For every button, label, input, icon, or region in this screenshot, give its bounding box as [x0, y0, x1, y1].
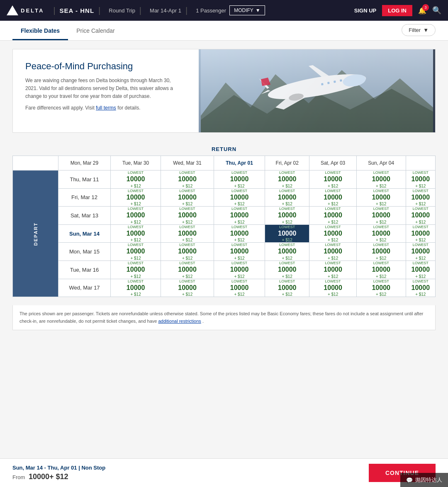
price-cell-1-3[interactable]: LOWEST 10000 + $12: [265, 188, 309, 207]
price-cell-3-6[interactable]: LOWEST 10000 + $12: [406, 224, 435, 243]
lowest-label: LOWEST: [111, 189, 161, 193]
miles-value: 10000: [214, 194, 265, 201]
price-cell-2-0[interactable]: LOWEST 10000 + $12: [111, 207, 161, 225]
price-cell-3-2[interactable]: LOWEST 10000 + $12: [214, 224, 265, 243]
price-cell-4-1[interactable]: LOWEST 10000 + $12: [161, 243, 214, 261]
price-cell-3-0[interactable]: LOWEST 10000 + $12: [111, 224, 161, 243]
lowest-label: LOWEST: [406, 207, 435, 211]
price-cell-6-6[interactable]: LOWEST 10000 + $12: [406, 279, 435, 297]
cash-value: + $12: [265, 256, 309, 261]
cash-value: + $12: [111, 256, 161, 261]
cash-value: + $12: [406, 256, 435, 261]
svg-rect-13: [334, 80, 336, 83]
price-cell-0-0[interactable]: LOWEST 10000 + $12: [111, 170, 161, 189]
miles-value: 10000: [161, 248, 214, 255]
price-cell-4-0[interactable]: LOWEST 10000 + $12: [111, 243, 161, 261]
modify-chevron-icon: ▼: [256, 7, 261, 13]
tab-price-calendar[interactable]: Price Calendar: [68, 21, 123, 40]
header-sep-3: |: [139, 6, 141, 15]
price-cell-1-0[interactable]: LOWEST 10000 + $12: [111, 188, 161, 207]
miles-value: 10000: [357, 284, 406, 292]
price-cell-4-2[interactable]: LOWEST 10000 + $12: [214, 243, 265, 261]
dates-display: Mar 14-Apr 1: [150, 7, 181, 14]
cash-value: + $12: [406, 292, 435, 297]
miles-value: 10000: [111, 230, 161, 237]
filter-button[interactable]: Filter ▼: [402, 24, 436, 36]
svg-rect-12: [327, 82, 330, 84]
notifications-bell[interactable]: 🔔 3: [418, 7, 426, 15]
route-display: SEA - HNL: [60, 7, 94, 14]
lowest-label: LOWEST: [161, 261, 214, 265]
price-cell-2-4[interactable]: LOWEST 10000 + $12: [309, 207, 357, 225]
price-cell-0-4[interactable]: LOWEST 10000 + $12: [309, 170, 357, 189]
price-cell-6-3[interactable]: LOWEST 10000 + $12: [265, 279, 309, 297]
price-cell-1-1[interactable]: LOWEST 10000 + $12: [161, 188, 214, 207]
cash-value: + $12: [357, 274, 406, 279]
miles-value: 10000: [309, 230, 356, 237]
price-cell-3-3[interactable]: LOWEST 10000 + $12: [265, 224, 309, 243]
price-cell-5-5[interactable]: LOWEST 10000 + $12: [356, 261, 406, 279]
price-cell-3-1[interactable]: LOWEST 10000 + $12: [161, 224, 214, 243]
price-cell-5-4[interactable]: LOWEST 10000 + $12: [309, 261, 357, 279]
cash-value: + $12: [357, 238, 406, 242]
price-cell-6-2[interactable]: LOWEST 10000 + $12: [214, 279, 265, 297]
price-cell-2-1[interactable]: LOWEST 10000 + $12: [161, 207, 214, 225]
miles-value: 10000: [161, 284, 214, 292]
lowest-label: LOWEST: [214, 207, 265, 211]
search-icon[interactable]: 🔍: [432, 6, 441, 15]
price-cell-0-5[interactable]: LOWEST 10000 + $12: [356, 170, 406, 189]
price-cell-0-1[interactable]: LOWEST 10000 + $12: [161, 170, 214, 189]
price-cell-4-6[interactable]: LOWEST 10000 + $12: [406, 243, 435, 261]
price-cell-3-4[interactable]: LOWEST 10000 + $12: [309, 224, 357, 243]
price-cell-2-5[interactable]: LOWEST 10000 + $12: [356, 207, 406, 225]
price-cell-6-4[interactable]: LOWEST 10000 + $12: [309, 279, 357, 297]
price-cell-4-3[interactable]: LOWEST 10000 + $12: [265, 243, 309, 261]
signup-button[interactable]: SIGN UP: [354, 7, 376, 14]
cash-value: + $12: [265, 220, 309, 224]
lowest-label: LOWEST: [265, 243, 309, 247]
price-cell-3-5[interactable]: LOWEST 10000 + $12: [356, 224, 406, 243]
price-cell-2-6[interactable]: LOWEST 10000 + $12: [406, 207, 435, 225]
price-cell-5-6[interactable]: LOWEST 10000 + $12: [406, 261, 435, 279]
tab-flexible-dates[interactable]: Flexible Dates: [12, 21, 68, 40]
price-cell-5-1[interactable]: LOWEST 10000 + $12: [161, 261, 214, 279]
price-cell-5-2[interactable]: LOWEST 10000 + $12: [214, 261, 265, 279]
price-cell-0-2[interactable]: LOWEST 10000 + $12: [214, 170, 265, 189]
lowest-label: LOWEST: [406, 225, 435, 229]
lowest-label: LOWEST: [265, 279, 309, 283]
price-cell-5-3[interactable]: LOWEST 10000 + $12: [265, 261, 309, 279]
col-header-5: Sat, Apr 03: [309, 156, 357, 170]
additional-restrictions-link[interactable]: additional restrictions: [158, 319, 201, 324]
cash-value: + $12: [309, 220, 356, 224]
price-cell-1-2[interactable]: LOWEST 10000 + $12: [214, 188, 265, 207]
miles-value: 10000: [111, 212, 161, 219]
price-cell-4-4[interactable]: LOWEST 10000 + $12: [309, 243, 357, 261]
price-cell-1-4[interactable]: LOWEST 10000 + $12: [309, 188, 357, 207]
price-cell-1-6[interactable]: LOWEST 10000 + $12: [406, 188, 435, 207]
filter-label: Filter: [409, 27, 421, 33]
login-button[interactable]: LOG IN: [382, 5, 412, 16]
cash-value: + $12: [265, 274, 309, 279]
miles-value: 10000: [111, 284, 161, 292]
cash-value: + $12: [161, 256, 214, 261]
price-cell-2-3[interactable]: LOWEST 10000 + $12: [265, 207, 309, 225]
price-cell-6-0[interactable]: LOWEST 10000 + $12: [111, 279, 161, 297]
price-cell-2-2[interactable]: LOWEST 10000 + $12: [214, 207, 265, 225]
price-cell-1-5[interactable]: LOWEST 10000 + $12: [356, 188, 406, 207]
delta-logo[interactable]: DELTA: [7, 5, 44, 15]
miles-value: 10000: [265, 266, 309, 273]
modify-button[interactable]: MODIFY ▼: [229, 5, 265, 15]
price-cell-0-3[interactable]: LOWEST 10000 + $12: [265, 170, 309, 189]
header-sep-2: |: [98, 6, 100, 15]
lowest-label: LOWEST: [214, 243, 265, 247]
cash-value: + $12: [111, 238, 161, 242]
price-cell-6-1[interactable]: LOWEST 10000 + $12: [161, 279, 214, 297]
price-cell-6-5[interactable]: LOWEST 10000 + $12: [356, 279, 406, 297]
calendar-section: RETURN Mon, Mar 29 Tue, Mar 30 Wed, Mar …: [12, 141, 436, 297]
full-terms-link[interactable]: full terms: [96, 105, 116, 111]
price-cell-5-0[interactable]: LOWEST 10000 + $12: [111, 261, 161, 279]
notification-badge: 3: [422, 4, 429, 11]
cash-value: + $12: [214, 202, 265, 206]
price-cell-4-5[interactable]: LOWEST 10000 + $12: [356, 243, 406, 261]
price-cell-0-6[interactable]: LOWEST 10000 + $12: [406, 170, 435, 189]
